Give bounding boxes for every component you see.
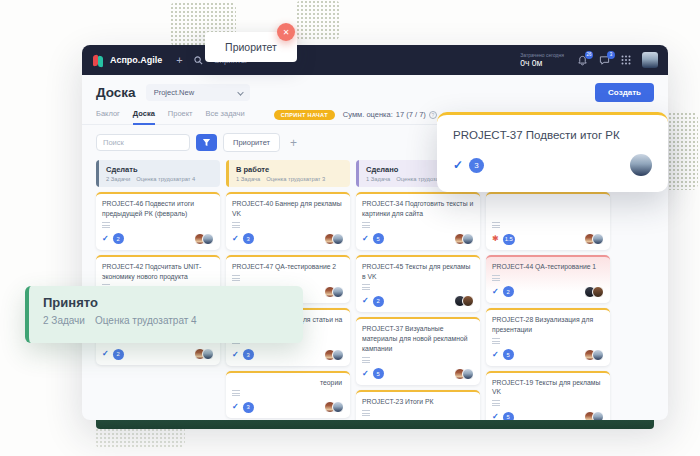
score-value: 17 (7 / 7) bbox=[396, 110, 426, 119]
tooltip-close-button[interactable]: ✕ bbox=[277, 23, 295, 41]
estimate-badge: 2 bbox=[113, 349, 124, 360]
card-footer: ✓5 bbox=[492, 411, 604, 420]
check-icon: ✓ bbox=[492, 288, 499, 296]
assignee-avatars bbox=[328, 401, 344, 413]
task-card[interactable]: PROJECT-40 Баннер для рекламы VK✓3 bbox=[226, 192, 350, 250]
add-filter-button[interactable]: + bbox=[290, 136, 297, 150]
description-icon bbox=[102, 222, 110, 228]
column-color-bar bbox=[356, 160, 359, 187]
assignee-avatars bbox=[588, 233, 604, 245]
check-icon: ✓ bbox=[362, 297, 369, 305]
task-card[interactable]: PROJECT-23 Итоги РК✓5 bbox=[356, 390, 480, 420]
chat-badge: 3 bbox=[607, 51, 615, 59]
tab-item[interactable]: Баклог bbox=[96, 109, 120, 124]
task-card[interactable]: теории✓3 bbox=[226, 371, 350, 419]
check-icon: ✓ bbox=[102, 235, 109, 243]
estimate-badge: 3 bbox=[243, 402, 254, 413]
check-icon: ✓ bbox=[102, 350, 109, 358]
search-icon[interactable] bbox=[194, 56, 203, 65]
task-card[interactable]: PROJECT-19 Тексты для рекламы VK✓5 bbox=[486, 371, 610, 420]
description-icon bbox=[492, 338, 500, 344]
app-window: Аспро.Agile + Спринты Затрачено сегодня … bbox=[82, 45, 668, 420]
assignee-avatars bbox=[458, 233, 474, 245]
avatar bbox=[332, 401, 344, 413]
top-navbar: Аспро.Agile + Спринты Затрачено сегодня … bbox=[82, 45, 668, 75]
card-title bbox=[492, 199, 604, 219]
priority-filter-chip[interactable]: Приоритет bbox=[223, 133, 280, 152]
check-icon: ✓ bbox=[232, 403, 239, 411]
description-icon bbox=[492, 400, 500, 406]
card-footer: ✓5 bbox=[362, 233, 474, 245]
estimate-badge: 1.5 bbox=[503, 234, 515, 245]
avatar bbox=[592, 411, 604, 420]
board-column: ✱1.5PROJECT-44 QA-тестирование 1✓2PROJEC… bbox=[486, 160, 610, 420]
time-tracker[interactable]: Затрачено сегодня 0ч 0м bbox=[520, 52, 564, 68]
task-preview-card[interactable]: PROJECT-37 Подвести итог РК ✓ 3 bbox=[437, 112, 668, 192]
search-input[interactable] bbox=[96, 134, 190, 151]
task-card[interactable]: PROJECT-28 Визуализация для презентации✓… bbox=[486, 308, 610, 366]
card-title: PROJECT-44 QA-тестирование 1 bbox=[492, 262, 604, 272]
apps-grid-icon[interactable] bbox=[621, 51, 631, 69]
tab-active[interactable]: Доска bbox=[133, 109, 155, 125]
card-title: теории bbox=[232, 378, 344, 388]
task-card[interactable]: ✱1.5 bbox=[486, 192, 610, 250]
column-title: Сделать bbox=[106, 165, 214, 174]
assignee-avatars bbox=[198, 348, 214, 360]
card-footer: ✓3 bbox=[232, 233, 344, 245]
estimate-badge: 5 bbox=[503, 412, 514, 420]
estimate-badge: 5 bbox=[503, 349, 514, 360]
avatar bbox=[592, 233, 604, 245]
avatar bbox=[462, 233, 474, 245]
assignee-avatars bbox=[328, 286, 344, 298]
column-color-bar bbox=[96, 160, 99, 187]
description-icon bbox=[232, 222, 240, 228]
assignee-avatars bbox=[588, 349, 604, 361]
column-task-count: 1 Задача bbox=[236, 176, 260, 182]
column-estimate: Оценка трудозатрат 4 bbox=[136, 176, 195, 182]
check-icon: ✓ bbox=[232, 235, 239, 243]
avatar bbox=[592, 286, 604, 298]
chat-button[interactable]: 3 bbox=[599, 55, 610, 66]
avatar bbox=[202, 233, 214, 245]
check-icon: ✓ bbox=[492, 351, 499, 359]
card-title: PROJECT-37 Визуальные материалы для ново… bbox=[362, 324, 474, 354]
card-footer: ✓3 bbox=[232, 349, 344, 361]
preview-card-title: PROJECT-37 Подвести итог РК bbox=[453, 129, 652, 141]
task-card[interactable]: PROJECT-34 Подготовить тексты и картинки… bbox=[356, 192, 480, 250]
dot-texture bbox=[296, 0, 340, 40]
task-card[interactable]: PROJECT-45 Тексты для рекламы в VK✓2 bbox=[356, 255, 480, 313]
notifications-button[interactable]: 26 bbox=[577, 55, 588, 66]
accepted-title: Принято bbox=[43, 295, 303, 310]
filter-button[interactable] bbox=[196, 134, 217, 151]
card-title: PROJECT-45 Тексты для рекламы в VK bbox=[362, 262, 474, 282]
check-icon: ✓ bbox=[232, 351, 239, 359]
card-title: PROJECT-34 Подготовить тексты и картинки… bbox=[362, 199, 474, 219]
task-card[interactable]: PROJECT-46 Подвести итоги предыдущей РК … bbox=[96, 192, 220, 250]
tab-item[interactable]: Все задачи bbox=[206, 109, 245, 124]
add-icon[interactable]: + bbox=[176, 54, 182, 66]
card-title: PROJECT-23 Итоги РК bbox=[362, 397, 474, 407]
card-title: PROJECT-40 Баннер для рекламы VK bbox=[232, 199, 344, 219]
avatar bbox=[592, 349, 604, 361]
card-title: PROJECT-46 Подвести итоги предыдущей РК … bbox=[102, 199, 214, 219]
task-card[interactable]: PROJECT-44 QA-тестирование 1✓2 bbox=[486, 255, 610, 303]
check-icon: ✓ bbox=[492, 413, 499, 420]
score-label: Сумм. оценка: bbox=[343, 110, 393, 119]
create-button[interactable]: Создать bbox=[595, 83, 654, 102]
card-title: PROJECT-19 Тексты для рекламы VK bbox=[492, 378, 604, 398]
task-card[interactable]: PROJECT-37 Визуальные материалы для ново… bbox=[356, 317, 480, 385]
card-title: PROJECT-28 Визуализация для презентации bbox=[492, 315, 604, 335]
column-meta: 1 ЗадачаОценка трудозатрат 3 bbox=[236, 176, 344, 182]
avatar bbox=[462, 295, 474, 307]
avatar bbox=[332, 233, 344, 245]
card-footer: ✓2 bbox=[362, 295, 474, 307]
tab-item[interactable]: Проект bbox=[168, 109, 193, 124]
notifications-badge: 26 bbox=[585, 51, 593, 59]
column-color-bar bbox=[226, 160, 229, 187]
user-avatar[interactable] bbox=[642, 52, 658, 68]
project-select[interactable]: Project.New bbox=[146, 84, 250, 101]
card-footer: ✓5 bbox=[362, 368, 474, 380]
card-footer: ✓2 bbox=[102, 348, 214, 360]
info-icon[interactable]: ? bbox=[429, 111, 437, 119]
accepted-count: 2 Задачи bbox=[43, 315, 85, 326]
